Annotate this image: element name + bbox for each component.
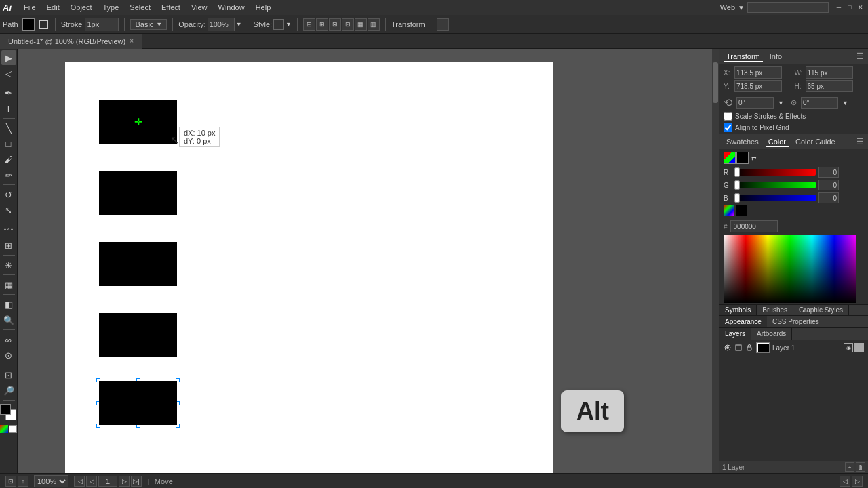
line-tool[interactable]: ╲ [1, 121, 16, 136]
w-input[interactable] [806, 66, 853, 79]
zoom-select[interactable]: 100% 50% 200% [34, 475, 68, 487]
close-button[interactable]: ✕ [856, 3, 865, 12]
search-input[interactable] [747, 2, 829, 13]
transform-tab[interactable]: Transform [724, 52, 763, 62]
menu-edit[interactable]: Edit [41, 2, 65, 13]
canvas-area[interactable]: ✛ ↖ dX: 10 px dY: 0 px [18, 49, 719, 473]
b-slider-thumb[interactable] [734, 193, 740, 203]
graphic-styles-tab[interactable]: Graphic Styles [793, 305, 849, 315]
fg-swatch-panel[interactable] [736, 152, 749, 164]
direct-select-tool[interactable]: ◁ [1, 66, 16, 81]
angle-dropdown[interactable]: ▼ [778, 100, 784, 106]
menu-object[interactable]: Object [65, 2, 98, 13]
color-panel-menu[interactable]: ☰ [856, 137, 864, 146]
page-input[interactable] [98, 476, 117, 487]
transform-options-icon[interactable]: ⋯ [437, 18, 449, 30]
stroke-swatch-btn[interactable] [37, 18, 50, 30]
artboards-tab[interactable]: Artboards [751, 328, 792, 340]
align-bottom-icon[interactable]: ▥ [368, 18, 380, 30]
rectangle-4[interactable] [99, 313, 177, 357]
maximize-button[interactable]: □ [845, 3, 854, 12]
blend-tool[interactable]: ∞ [1, 332, 16, 347]
fill-swatch[interactable] [22, 18, 35, 30]
new-layer-icon[interactable]: + [845, 462, 854, 472]
b-slider-track[interactable] [734, 195, 816, 201]
doc-tab-close[interactable]: × [130, 37, 134, 45]
hex-input[interactable] [730, 220, 778, 232]
r-value-input[interactable] [818, 167, 839, 178]
first-page-button[interactable]: |◁ [74, 476, 85, 487]
black-swatch[interactable] [736, 205, 747, 216]
last-page-button[interactable]: ▷| [131, 476, 142, 487]
g-value-input[interactable] [818, 180, 839, 190]
menu-view[interactable]: View [186, 2, 213, 13]
menu-effect[interactable]: Effect [156, 2, 186, 13]
minimize-button[interactable]: ─ [834, 3, 844, 12]
align-right-icon[interactable]: ⊠ [329, 18, 341, 30]
spectrum-swatch[interactable] [724, 205, 734, 216]
align-pixel-checkbox[interactable] [724, 123, 732, 132]
doc-tab-item[interactable]: Untitled-1* @ 100% (RGB/Preview) × [0, 34, 142, 49]
none-color-icon[interactable] [9, 425, 17, 433]
rectangle-3[interactable] [99, 242, 177, 286]
shear-input[interactable] [801, 97, 838, 109]
g-slider-track[interactable] [734, 182, 816, 188]
color-gradient-icon[interactable] [724, 152, 736, 164]
info-tab[interactable]: Info [767, 52, 785, 61]
convert-icon[interactable]: ⇄ [751, 155, 757, 161]
rect-tool[interactable]: □ [1, 136, 16, 151]
rotate-tool[interactable]: ↺ [1, 187, 16, 202]
artboard-tool[interactable]: ⊡ [1, 367, 16, 382]
menu-help[interactable]: Help [250, 2, 277, 13]
paintbrush-tool[interactable]: 🖌 [1, 152, 16, 167]
layer-1-item[interactable]: Layer 1 ◉ [721, 341, 867, 354]
type-tool[interactable]: T [1, 101, 16, 116]
vertical-scrollbar[interactable] [712, 49, 719, 473]
align-middle-icon[interactable]: ▦ [355, 18, 367, 30]
color-mode-icon[interactable] [0, 425, 8, 433]
eyedropper-tool[interactable]: 🔍 [1, 312, 16, 327]
symbols-tab[interactable]: Symbols [719, 305, 757, 315]
artboard[interactable]: ✛ ↖ dX: 10 px dY: 0 px [65, 62, 553, 473]
color-spectrum[interactable] [724, 235, 856, 303]
color-guide-tab[interactable]: Color Guide [793, 137, 838, 146]
layer-color-tag[interactable] [854, 343, 864, 352]
b-value-input[interactable] [818, 192, 839, 203]
rectangle-2[interactable] [99, 171, 177, 215]
layer-visibility-icon[interactable] [724, 344, 732, 352]
delete-layer-icon[interactable]: 🗑 [856, 462, 865, 472]
layer-target-icon[interactable]: ◉ [844, 343, 853, 352]
pen-tool[interactable]: ✒ [1, 85, 16, 100]
zoom-tool[interactable]: 🔎 [1, 383, 16, 398]
next-page-button[interactable]: ▷ [119, 476, 130, 487]
color-tab[interactable]: Color [766, 137, 789, 147]
rectangle-1[interactable]: ✛ [99, 100, 177, 144]
angle-input[interactable] [736, 97, 774, 109]
gradient-tool[interactable]: ◧ [1, 297, 16, 312]
g-slider-thumb[interactable] [734, 180, 740, 190]
rectangle-5[interactable] [99, 381, 177, 425]
artboard-next[interactable]: ▷ [852, 476, 863, 487]
symbol-spray-tool[interactable]: ✳ [1, 258, 16, 272]
status-icon2[interactable]: ↑ [18, 476, 28, 487]
h-input[interactable] [806, 80, 853, 92]
menu-file[interactable]: File [18, 2, 41, 13]
artboard-prev[interactable]: ◁ [840, 476, 850, 487]
select-tool[interactable]: ▶ [1, 50, 16, 65]
menu-window[interactable]: Window [213, 2, 250, 13]
free-transform-tool[interactable]: ⊞ [1, 238, 16, 253]
r-slider-thumb[interactable] [734, 167, 740, 177]
style-swatch[interactable] [273, 19, 284, 30]
menu-type[interactable]: Type [98, 2, 125, 13]
graph-tool[interactable]: ▦ [1, 277, 16, 292]
lasso-tool[interactable]: ⊙ [1, 348, 16, 363]
y-input[interactable] [734, 80, 782, 92]
brushes-tab[interactable]: Brushes [757, 305, 793, 315]
align-center-icon[interactable]: ⊞ [316, 18, 328, 30]
transform-panel-menu[interactable]: ☰ [856, 52, 864, 61]
status-icon1[interactable]: ⊡ [5, 476, 16, 487]
layer-edit-icon[interactable] [734, 344, 743, 352]
css-tab[interactable]: CSS Properties [767, 316, 825, 327]
fg-color-swatch[interactable] [0, 404, 11, 415]
scale-strokes-checkbox[interactable] [724, 112, 732, 121]
